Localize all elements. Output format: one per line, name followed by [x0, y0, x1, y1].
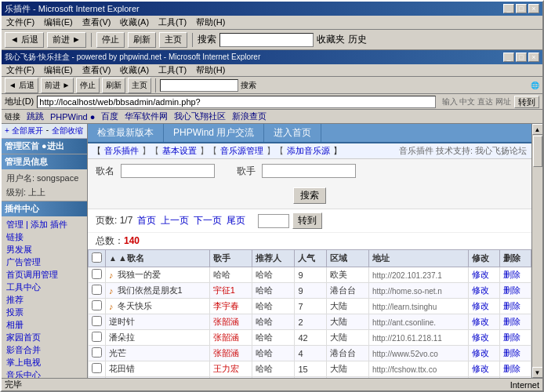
sidebar-link-manage-plugin[interactable]: 管理 | 添加 插件 — [3, 218, 85, 230]
singer-link[interactable]: 李宇春 — [213, 301, 239, 310]
inner-minimize-btn[interactable]: _ — [503, 53, 514, 62]
tab-check-version[interactable]: 检查最新版本 — [88, 124, 164, 142]
row-checkbox-1[interactable] — [92, 285, 102, 295]
prev-page-link[interactable]: 上一页 — [161, 214, 189, 227]
singer-link[interactable]: 张韶涵 — [213, 348, 239, 358]
edit-link-6[interactable]: 修改 — [472, 364, 489, 373]
outer-refresh-btn[interactable]: 刷新 — [128, 32, 156, 48]
page-jump-btn[interactable]: 转到 — [292, 212, 322, 229]
inner-back-btn[interactable]: ◄ 后退 — [5, 78, 38, 93]
sidebar-link-home-page[interactable]: 家园首页 — [3, 331, 85, 343]
delete-link-2[interactable]: 删除 — [503, 301, 520, 310]
sidebar-link-av-merge[interactable]: 影音合并 — [3, 343, 85, 356]
delete-link-6[interactable]: 删除 — [503, 364, 520, 373]
row-checkbox-4[interactable] — [92, 332, 102, 342]
inner-menu-help[interactable]: 帮助(H) — [194, 64, 227, 76]
scroll-thumb[interactable] — [533, 136, 542, 167]
fav-item-1[interactable]: PHPWind ● — [50, 112, 95, 122]
tab-enter-homepage[interactable]: 进入首页 — [264, 124, 321, 142]
tab-phpwind-exchange[interactable]: PHPWind 用户交流 — [164, 124, 264, 142]
inner-menu-edit[interactable]: 编辑(E) — [42, 64, 74, 76]
delete-link-4[interactable]: 删除 — [503, 332, 520, 342]
fav-item-5[interactable]: 新浪查页 — [232, 111, 267, 122]
inner-close-btn[interactable]: × — [528, 53, 539, 62]
breadcrumb-link-plugin[interactable]: 音乐插件 — [104, 145, 139, 157]
inner-search-input[interactable] — [160, 79, 238, 92]
sidebar-link-music-center[interactable]: 音乐中心 — [3, 368, 85, 378]
sidebar-link-mobile-tv[interactable]: 掌上电视 — [3, 356, 85, 368]
breadcrumb-link-basic[interactable]: 基本设置 — [162, 145, 197, 157]
outer-forward-btn[interactable]: 前进 ► — [47, 32, 86, 48]
page-jump-input[interactable] — [258, 214, 289, 228]
expand-all-link[interactable]: + 全部展开 — [5, 125, 43, 136]
delete-link-3[interactable]: 删除 — [503, 317, 520, 326]
singer-link[interactable]: 张韶涵 — [213, 332, 239, 342]
collapse-all-link[interactable]: 全部收缩 — [52, 125, 83, 136]
singer-link[interactable]: 王力宏 — [213, 364, 239, 373]
inner-home-btn[interactable]: 主页 — [128, 78, 151, 93]
inner-menu-tools[interactable]: 工具(T) — [157, 64, 188, 76]
fav-item-4[interactable]: 我心飞翔社区 — [174, 111, 226, 122]
edit-link-1[interactable]: 修改 — [472, 285, 489, 295]
row-checkbox-2[interactable] — [92, 300, 102, 310]
outer-menu-tools[interactable]: 工具(T) — [157, 16, 188, 28]
sidebar-link-vote[interactable]: 投票 — [3, 306, 85, 318]
delete-link-1[interactable]: 删除 — [503, 285, 520, 295]
sidebar-header-info[interactable]: 管理员信息 — [2, 154, 87, 169]
singer-search-input[interactable] — [262, 164, 356, 178]
inner-forward-btn[interactable]: 前进 ► — [41, 78, 74, 93]
delete-link-0[interactable]: 删除 — [503, 270, 520, 279]
breadcrumb-link-add-music[interactable]: 添加音乐源 — [287, 145, 330, 157]
first-page-link[interactable]: 首页 — [137, 214, 156, 227]
fav-item-2[interactable]: 百度 — [101, 111, 118, 122]
scroll-up-btn[interactable]: ▲ — [532, 124, 543, 135]
edit-link-4[interactable]: 修改 — [472, 332, 489, 342]
outer-menu-help[interactable]: 帮助(H) — [194, 16, 227, 28]
sidebar-header-plugin[interactable]: 插件中心 — [2, 201, 87, 216]
inner-menu-view[interactable]: 查看(V) — [81, 64, 113, 76]
row-checkbox-3[interactable] — [92, 316, 102, 326]
select-all-checkbox[interactable] — [92, 252, 102, 263]
maximize-btn[interactable]: □ — [516, 4, 527, 13]
fav-item-0[interactable]: 跳跳 — [27, 111, 44, 122]
breadcrumb-link-music-mgr[interactable]: 音乐源管理 — [220, 145, 263, 157]
outer-search-input[interactable] — [219, 33, 314, 47]
edit-link-3[interactable]: 修改 — [472, 317, 489, 326]
singer-link[interactable]: 宇征1 — [213, 285, 235, 295]
outer-back-btn[interactable]: ◄ 后退 — [5, 32, 44, 48]
search-button[interactable]: 搜索 — [293, 187, 326, 204]
row-checkbox-0[interactable] — [92, 269, 102, 279]
inner-maximize-btn[interactable]: □ — [516, 53, 527, 62]
outer-menu-view[interactable]: 查看(V) — [81, 16, 113, 28]
sidebar-link-male-dev[interactable]: 男发展 — [3, 243, 85, 256]
sidebar-link-recommend[interactable]: 推荐 — [3, 293, 85, 306]
last-page-link[interactable]: 尾页 — [227, 214, 245, 227]
sidebar-link-home-call[interactable]: 首页调用管理 — [3, 268, 85, 281]
edit-link-2[interactable]: 修改 — [472, 301, 489, 310]
edit-link-5[interactable]: 修改 — [472, 348, 489, 358]
address-input[interactable] — [37, 96, 435, 108]
inner-refresh-btn[interactable]: 刷新 — [102, 78, 125, 93]
scroll-down-btn[interactable]: ▼ — [532, 367, 543, 378]
edit-link-0[interactable]: 修改 — [472, 270, 489, 279]
sidebar-link-links[interactable]: 链接 — [3, 230, 85, 243]
address-go-btn[interactable]: 转到 — [514, 96, 539, 108]
row-checkbox-5[interactable] — [92, 347, 102, 358]
sidebar-header-admin[interactable]: 管理区首 ●进出 — [2, 139, 87, 154]
delete-link-5[interactable]: 删除 — [503, 348, 520, 358]
singer-link[interactable]: 张韶涵 — [213, 317, 239, 326]
close-btn[interactable]: × — [528, 4, 539, 13]
song-search-input[interactable] — [121, 164, 215, 178]
sidebar-link-tools[interactable]: 工具中心 — [3, 281, 85, 293]
minimize-btn[interactable]: _ — [503, 4, 514, 13]
inner-stop-btn[interactable]: 停止 — [76, 78, 100, 93]
sidebar-link-ad-manage[interactable]: 广告管理 — [3, 256, 85, 268]
outer-stop-btn[interactable]: 停止 — [96, 32, 125, 48]
row-checkbox-6[interactable] — [92, 363, 102, 373]
outer-home-btn[interactable]: 主页 — [159, 32, 187, 48]
next-page-link[interactable]: 下一页 — [194, 214, 222, 227]
outer-menu-file[interactable]: 文件(F) — [5, 16, 36, 28]
sort-name-icon[interactable]: ▲ — [109, 254, 117, 263]
inner-menu-file[interactable]: 文件(F) — [5, 64, 36, 76]
sidebar-link-album[interactable]: 相册 — [3, 318, 85, 331]
